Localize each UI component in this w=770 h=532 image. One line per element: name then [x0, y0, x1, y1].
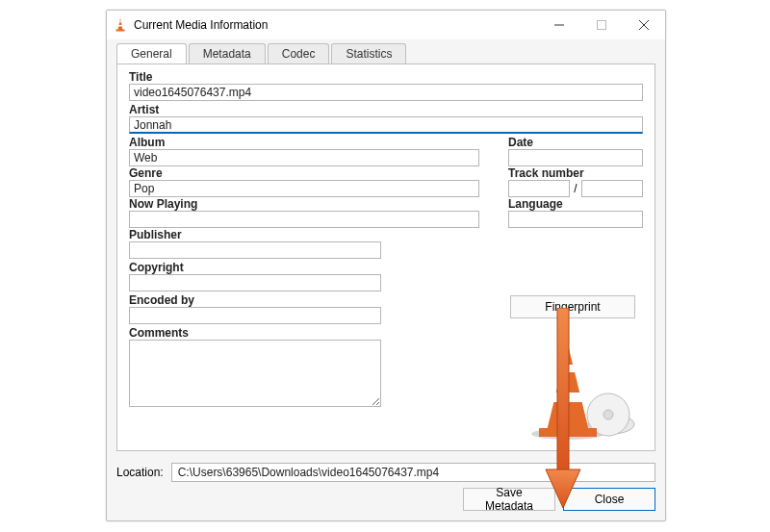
artist-input[interactable] — [129, 116, 643, 134]
tracknum-label: Track number — [508, 166, 643, 180]
publisher-label: Publisher — [129, 228, 643, 241]
tracktotal-input[interactable] — [581, 180, 643, 197]
svg-marker-0 — [118, 18, 123, 30]
svg-rect-1 — [118, 21, 121, 22]
artist-label: Artist — [129, 103, 643, 116]
nowplaying-label: Now Playing — [129, 197, 479, 211]
location-input[interactable] — [171, 463, 655, 482]
date-label: Date — [508, 136, 643, 149]
svg-rect-3 — [116, 30, 125, 32]
tab-bar: General Metadata Codec Statistics — [107, 39, 665, 63]
save-metadata-button[interactable]: Save Metadata — [463, 488, 555, 511]
svg-marker-12 — [547, 344, 589, 431]
album-art — [529, 340, 635, 441]
window-buttons — [538, 11, 665, 39]
fingerprint-button[interactable]: Fingerprint — [510, 295, 635, 318]
album-input[interactable] — [129, 149, 479, 166]
general-pane: Title Artist Album Date Genre Track numb — [116, 63, 655, 451]
svg-rect-2 — [118, 25, 123, 26]
tab-statistics[interactable]: Statistics — [331, 43, 406, 63]
tab-codec[interactable]: Codec — [268, 43, 330, 63]
title-input[interactable] — [129, 84, 643, 101]
location-label: Location: — [116, 466, 164, 479]
encodedby-input[interactable] — [129, 307, 381, 324]
tracknum-input[interactable] — [508, 180, 570, 197]
close-window-button[interactable] — [623, 11, 665, 39]
minimize-button[interactable] — [538, 11, 580, 39]
vlc-cone-icon — [113, 17, 128, 33]
title-label: Title — [129, 70, 643, 84]
genre-label: Genre — [129, 166, 479, 180]
language-input[interactable] — [508, 211, 643, 228]
svg-rect-14 — [553, 393, 582, 402]
publisher-input[interactable] — [129, 241, 381, 259]
titlebar: Current Media Information — [107, 11, 665, 39]
svg-rect-5 — [598, 21, 606, 30]
copyright-input[interactable] — [129, 274, 381, 291]
comments-input[interactable] — [129, 340, 381, 407]
tab-general[interactable]: General — [116, 43, 187, 63]
nowplaying-input[interactable] — [129, 211, 479, 228]
track-separator: / — [574, 182, 577, 195]
comments-label: Comments — [129, 326, 643, 340]
genre-input[interactable] — [129, 180, 479, 197]
album-label: Album — [129, 136, 479, 149]
svg-point-11 — [603, 410, 613, 419]
window-title: Current Media Information — [134, 18, 268, 32]
date-input[interactable] — [508, 149, 643, 166]
maximize-button[interactable] — [580, 11, 623, 39]
svg-rect-13 — [558, 365, 578, 372]
language-label: Language — [508, 197, 643, 211]
close-button[interactable]: Close — [563, 488, 655, 511]
media-info-window: Current Media Information General Metada… — [106, 10, 666, 521]
svg-rect-15 — [539, 428, 597, 437]
bottom-bar: Location: Save Metadata Close — [107, 457, 665, 520]
copyright-label: Copyright — [129, 261, 643, 274]
tab-metadata[interactable]: Metadata — [189, 43, 266, 63]
